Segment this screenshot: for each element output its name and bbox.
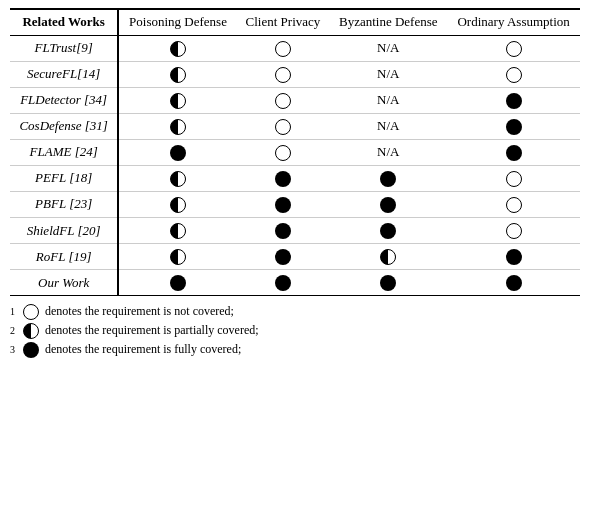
cell-work-name: Our Work: [10, 270, 118, 296]
header-byzantine-defense: Byzantine Defense: [329, 9, 447, 35]
circle-half-icon: [170, 93, 186, 109]
cell-row9-col2: [237, 270, 330, 296]
cell-work-name: ShieldFL [20]: [10, 218, 118, 244]
table-row: PBFL [23]: [10, 191, 580, 217]
cell-row3-col2: [237, 113, 330, 139]
circle-full-icon: [380, 197, 396, 213]
cell-row6-col4: [447, 191, 580, 217]
cell-row6-col1: [118, 191, 236, 217]
cell-row8-col1: [118, 244, 236, 270]
na-label: N/A: [377, 118, 399, 133]
cell-row2-col2: [237, 87, 330, 113]
cell-work-name: FLAME [24]: [10, 139, 118, 165]
circle-empty-icon: [506, 41, 522, 57]
circle-full-icon: [380, 171, 396, 187]
footnote-text: denotes the requirement is partially cov…: [45, 321, 259, 340]
cell-row5-col4: [447, 165, 580, 191]
cell-row1-col4: [447, 61, 580, 87]
circle-half-icon: [170, 171, 186, 187]
table-row: RoFL [19]: [10, 244, 580, 270]
circle-half-icon: [170, 249, 186, 265]
cell-row7-col4: [447, 218, 580, 244]
header-ordinary-assumption: Ordinary Assumption: [447, 9, 580, 35]
cell-row7-col2: [237, 218, 330, 244]
cell-row6-col3: [329, 191, 447, 217]
cell-row4-col3: N/A: [329, 139, 447, 165]
circle-full-icon: [506, 93, 522, 109]
table-row: Our Work: [10, 270, 580, 296]
circle-full-icon: [506, 119, 522, 135]
circle-full-icon: [275, 249, 291, 265]
cell-row0-col1: [118, 35, 236, 61]
circle-half-icon: [170, 197, 186, 213]
circle-full-icon: [506, 145, 522, 161]
table-row: CosDefense [31]N/A: [10, 113, 580, 139]
header-client-privacy: Client Privacy: [237, 9, 330, 35]
circle-empty-icon: [275, 93, 291, 109]
circle-empty-icon: [275, 119, 291, 135]
table-row: SecureFL[14]N/A: [10, 61, 580, 87]
cell-work-name: SecureFL[14]: [10, 61, 118, 87]
circle-full-icon: [506, 275, 522, 291]
cell-row8-col4: [447, 244, 580, 270]
footnote-item: 2denotes the requirement is partially co…: [10, 321, 580, 340]
cell-work-name: CosDefense [31]: [10, 113, 118, 139]
cell-row2-col4: [447, 87, 580, 113]
cell-row3-col4: [447, 113, 580, 139]
circle-empty-icon: [23, 304, 39, 320]
cell-row7-col3: [329, 218, 447, 244]
cell-row2-col3: N/A: [329, 87, 447, 113]
cell-row0-col2: [237, 35, 330, 61]
cell-row8-col2: [237, 244, 330, 270]
footnote-item: 1denotes the requirement is not covered;: [10, 302, 580, 321]
footnote-text: denotes the requirement is fully covered…: [45, 340, 241, 359]
comparison-table: Related Works Poisoning Defense Client P…: [10, 8, 580, 296]
na-label: N/A: [377, 40, 399, 55]
table-wrapper: Related Works Poisoning Defense Client P…: [0, 0, 590, 296]
cell-row1-col1: [118, 61, 236, 87]
circle-empty-icon: [506, 197, 522, 213]
circle-full-icon: [275, 223, 291, 239]
cell-work-name: FLDetector [34]: [10, 87, 118, 113]
cell-row1-col2: [237, 61, 330, 87]
cell-work-name: PEFL [18]: [10, 165, 118, 191]
circle-half-icon: [170, 41, 186, 57]
circle-full-icon: [275, 171, 291, 187]
cell-row4-col1: [118, 139, 236, 165]
circle-half-icon: [380, 249, 396, 265]
circle-empty-icon: [275, 41, 291, 57]
cell-row4-col4: [447, 139, 580, 165]
cell-work-name: RoFL [19]: [10, 244, 118, 270]
cell-row2-col1: [118, 87, 236, 113]
circle-empty-icon: [506, 171, 522, 187]
cell-row5-col1: [118, 165, 236, 191]
footnote-item: 3denotes the requirement is fully covere…: [10, 340, 580, 359]
cell-row9-col3: [329, 270, 447, 296]
table-row: FLDetector [34]N/A: [10, 87, 580, 113]
cell-row4-col2: [237, 139, 330, 165]
na-label: N/A: [377, 144, 399, 159]
cell-row7-col1: [118, 218, 236, 244]
circle-empty-icon: [506, 67, 522, 83]
circle-full-icon: [170, 145, 186, 161]
circle-half-icon: [170, 119, 186, 135]
na-label: N/A: [377, 66, 399, 81]
cell-row5-col2: [237, 165, 330, 191]
footnote-number: 3: [10, 342, 15, 358]
circle-empty-icon: [275, 67, 291, 83]
cell-row9-col1: [118, 270, 236, 296]
cell-row0-col3: N/A: [329, 35, 447, 61]
cell-row5-col3: [329, 165, 447, 191]
table-row: FLAME [24]N/A: [10, 139, 580, 165]
cell-row3-col3: N/A: [329, 113, 447, 139]
cell-row9-col4: [447, 270, 580, 296]
circle-half-icon: [170, 67, 186, 83]
cell-row8-col3: [329, 244, 447, 270]
circle-full-icon: [275, 275, 291, 291]
circle-half-icon: [170, 223, 186, 239]
cell-work-name: PBFL [23]: [10, 191, 118, 217]
cell-row3-col1: [118, 113, 236, 139]
cell-row1-col3: N/A: [329, 61, 447, 87]
cell-row6-col2: [237, 191, 330, 217]
circle-empty-icon: [506, 223, 522, 239]
